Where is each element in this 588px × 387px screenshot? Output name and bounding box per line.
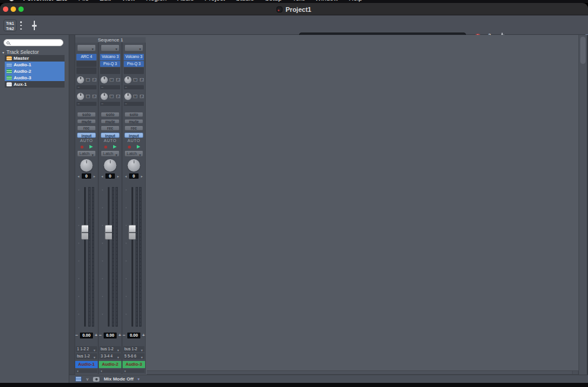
- volume-value[interactable]: 0.00: [104, 333, 117, 338]
- insert-slot-1[interactable]: Volcano 3: [124, 54, 144, 60]
- sidebar-item-master[interactable]: Master: [5, 55, 65, 62]
- input-assignment-dropdown[interactable]: bus 1-2▾: [99, 346, 121, 352]
- send-mute-button[interactable]: M: [109, 94, 114, 99]
- input-monitor-button[interactable]: input: [124, 133, 143, 138]
- track-pair-button[interactable]: Trk1 Trk2: [4, 20, 17, 31]
- menu-item-window[interactable]: Window: [310, 0, 343, 2]
- insert-slot-1[interactable]: Volcano 3: [100, 54, 120, 60]
- fader-track[interactable]: [131, 187, 133, 327]
- pan-decrement[interactable]: ◄: [124, 175, 127, 178]
- volume-value[interactable]: 0.00: [127, 333, 140, 338]
- pan-increment[interactable]: ►: [117, 175, 120, 178]
- automation-play-icon[interactable]: [137, 145, 140, 149]
- volume-increment[interactable]: +: [95, 333, 98, 338]
- automation-play-icon[interactable]: [113, 145, 117, 149]
- chevron-down-icon[interactable]: ∨: [86, 377, 89, 382]
- record-enable-button[interactable]: rec: [101, 125, 120, 131]
- channel-config-dropdown[interactable]: ▾: [124, 44, 143, 51]
- vertical-scrollbar-thumb[interactable]: [580, 37, 586, 64]
- send-knob[interactable]: [77, 93, 84, 100]
- channel-list-icon[interactable]: [75, 376, 82, 382]
- send-mute-button[interactable]: M: [85, 94, 91, 99]
- insert-slot-2[interactable]: Pro-Q 3: [100, 61, 120, 67]
- automation-mode-dropdown[interactable]: Latch▾: [124, 150, 143, 157]
- output-assignment-dropdown[interactable]: bus 1-2▾: [76, 353, 97, 359]
- send-pre-button[interactable]: P: [115, 78, 121, 82]
- chevron-down-icon[interactable]: ▾: [137, 377, 140, 382]
- channel-comment-strip[interactable]: ▾: [99, 369, 121, 373]
- menu-item-audio[interactable]: Audio: [172, 0, 199, 2]
- send-1-assignment[interactable]: –: [100, 85, 120, 89]
- menu-item-edit[interactable]: Edit: [94, 0, 116, 2]
- send-pre-button[interactable]: P: [92, 94, 97, 99]
- send-2-assignment[interactable]: –: [124, 102, 144, 106]
- channel-comment-strip[interactable]: ▾: [76, 369, 97, 373]
- send-2-assignment[interactable]: –: [100, 102, 120, 106]
- channel-config-dropdown[interactable]: ▾: [77, 44, 96, 51]
- pan-increment[interactable]: ►: [140, 175, 143, 178]
- channel-name-button[interactable]: Audio-3: [123, 361, 145, 368]
- volume-decrement[interactable]: −: [75, 333, 78, 338]
- fader-track[interactable]: [108, 187, 110, 327]
- menu-item-text[interactable]: Text: [287, 0, 310, 2]
- send-knob[interactable]: [77, 76, 84, 83]
- insert-slot-2[interactable]: [76, 61, 97, 67]
- pan-value[interactable]: 0: [82, 173, 91, 179]
- send-1-assignment[interactable]: –: [76, 85, 97, 89]
- sidebar-item-aux-1[interactable]: Aux-1: [5, 81, 65, 88]
- automation-play-icon[interactable]: [89, 145, 93, 149]
- menu-item-app[interactable]: Performer Lite: [18, 0, 73, 2]
- sidebar-item-audio-1[interactable]: Audio-1: [5, 62, 65, 68]
- input-assignment-dropdown[interactable]: bus 1-2▾: [123, 346, 144, 352]
- automation-record-icon[interactable]: [104, 146, 107, 149]
- send-1-assignment[interactable]: –: [124, 85, 144, 89]
- volume-increment[interactable]: +: [118, 333, 121, 338]
- mix-mode-label[interactable]: Mix Mode Off: [104, 376, 133, 382]
- menu-item-region[interactable]: Region: [141, 0, 172, 2]
- automation-record-icon[interactable]: [81, 146, 83, 149]
- volume-decrement[interactable]: −: [99, 333, 102, 338]
- apple-menu-icon[interactable]: [9, 0, 14, 1]
- automation-mode-dropdown[interactable]: 0Latch▾: [77, 150, 96, 157]
- solo-button[interactable]: solo: [77, 112, 96, 117]
- channel-comment-strip[interactable]: ▾: [123, 369, 144, 373]
- volume-increment[interactable]: +: [142, 333, 145, 338]
- send-pre-button[interactable]: P: [115, 94, 121, 99]
- solo-button[interactable]: solo: [101, 112, 120, 117]
- snapshot-camera-icon[interactable]: [93, 377, 99, 382]
- insert-slot-3[interactable]: [124, 67, 144, 74]
- search-input[interactable]: [4, 39, 63, 46]
- send-mute-button[interactable]: M: [109, 78, 114, 82]
- send-pre-button[interactable]: P: [92, 78, 97, 82]
- send-knob[interactable]: [124, 76, 131, 83]
- fader-track[interactable]: [84, 187, 86, 327]
- send-pre-button[interactable]: P: [139, 78, 144, 82]
- insert-slot-3[interactable]: [76, 67, 97, 74]
- automation-record-icon[interactable]: [128, 146, 131, 149]
- send-2-assignment[interactable]: –: [76, 102, 97, 106]
- pan-value[interactable]: 0: [129, 173, 139, 179]
- record-enable-button[interactable]: rec: [124, 125, 143, 131]
- menu-item-studio[interactable]: Studio: [230, 0, 259, 2]
- send-mute-button[interactable]: M: [133, 78, 138, 82]
- pan-decrement[interactable]: ◄: [101, 175, 104, 178]
- disclosure-triangle-icon[interactable]: ▾: [2, 50, 4, 54]
- insert-slot-3[interactable]: [100, 67, 120, 74]
- channel-name-button[interactable]: Audio-2: [99, 361, 121, 368]
- volume-decrement[interactable]: −: [123, 333, 126, 338]
- channel-name-button[interactable]: Audio-1: [75, 361, 98, 368]
- output-assignment-dropdown[interactable]: 3 3-4 4▾: [99, 353, 121, 359]
- menu-item-file[interactable]: File: [73, 0, 94, 2]
- pan-knob[interactable]: [104, 159, 117, 172]
- vertical-scrollbar[interactable]: [579, 35, 587, 375]
- output-assignment-dropdown[interactable]: 5 5-6 6▾: [123, 353, 144, 359]
- record-enable-button[interactable]: rec: [77, 125, 96, 131]
- sidebar-item-audio-3[interactable]: Audio-3: [5, 75, 65, 81]
- send-mute-button[interactable]: M: [133, 94, 138, 99]
- send-knob[interactable]: [101, 76, 108, 83]
- volume-value[interactable]: 0.00: [80, 333, 93, 338]
- menu-item-setup[interactable]: Setup: [259, 0, 287, 2]
- menu-item-help[interactable]: Help: [343, 0, 368, 2]
- track-info-icon[interactable]: [20, 21, 22, 30]
- pan-value[interactable]: 0: [105, 173, 115, 179]
